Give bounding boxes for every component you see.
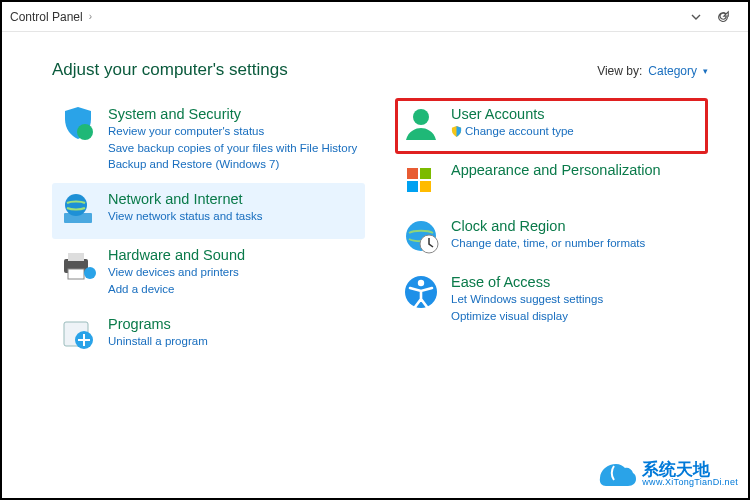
- printer-icon: [58, 245, 98, 285]
- category-sublink[interactable]: Optimize visual display: [451, 308, 603, 325]
- svg-point-2: [65, 194, 87, 216]
- appearance-icon: [401, 160, 441, 200]
- svg-point-9: [413, 109, 429, 125]
- view-by-value[interactable]: Category: [648, 64, 697, 78]
- category-sublink[interactable]: Uninstall a program: [108, 333, 208, 350]
- globe-icon: [58, 189, 98, 229]
- category-hardware-and-sound[interactable]: Hardware and Sound View devices and prin…: [52, 239, 365, 307]
- programs-icon: [58, 314, 98, 354]
- svg-rect-13: [420, 181, 431, 192]
- breadcrumb[interactable]: Control Panel ›: [10, 10, 92, 24]
- category-title[interactable]: Network and Internet: [108, 190, 262, 208]
- category-ease-of-access[interactable]: Ease of Access Let Windows suggest setti…: [395, 266, 708, 334]
- category-title[interactable]: System and Security: [108, 105, 357, 123]
- chevron-down-icon[interactable]: [690, 11, 702, 23]
- watermark-logo-icon: [596, 456, 636, 492]
- category-appearance-and-personalization[interactable]: Appearance and Personalization: [395, 154, 708, 210]
- category-user-accounts[interactable]: User Accounts Change account type: [395, 98, 708, 154]
- refresh-icon[interactable]: [716, 10, 730, 24]
- category-sublink[interactable]: Change date, time, or number formats: [451, 235, 645, 252]
- category-sublink[interactable]: View devices and printers: [108, 264, 245, 281]
- svg-rect-5: [68, 269, 84, 279]
- content-area: Adjust your computer's settings View by:…: [2, 32, 748, 364]
- uac-shield-icon: [451, 125, 462, 142]
- page-title: Adjust your computer's settings: [52, 60, 288, 80]
- category-network-and-internet[interactable]: Network and Internet View network status…: [52, 183, 365, 239]
- view-by-selector[interactable]: View by: Category ▾: [597, 64, 708, 78]
- category-title[interactable]: Clock and Region: [451, 217, 645, 235]
- category-title[interactable]: Ease of Access: [451, 273, 603, 291]
- svg-rect-4: [68, 253, 84, 261]
- svg-rect-12: [407, 181, 418, 192]
- svg-point-0: [77, 124, 93, 140]
- svg-rect-10: [407, 168, 418, 179]
- svg-point-17: [418, 280, 424, 286]
- watermark: 系统天地 www.XiTongTianDi.net: [596, 456, 738, 492]
- category-title[interactable]: Appearance and Personalization: [451, 161, 661, 179]
- svg-point-6: [84, 267, 96, 279]
- category-title[interactable]: User Accounts: [451, 105, 574, 123]
- category-sublink-text: Change account type: [465, 125, 574, 137]
- accessibility-icon: [401, 272, 441, 312]
- user-icon: [401, 104, 441, 144]
- svg-rect-11: [420, 168, 431, 179]
- category-sublink[interactable]: View network status and tasks: [108, 208, 262, 225]
- category-sublink[interactable]: Save backup copies of your files with Fi…: [108, 140, 357, 157]
- category-system-and-security[interactable]: System and Security Review your computer…: [52, 98, 365, 183]
- category-sublink[interactable]: Backup and Restore (Windows 7): [108, 156, 357, 173]
- shield-icon: [58, 104, 98, 144]
- caret-down-icon: ▾: [703, 66, 708, 76]
- category-column-right: User Accounts Change account type: [395, 98, 708, 364]
- clock-icon: [401, 216, 441, 256]
- category-column-left: System and Security Review your computer…: [52, 98, 365, 364]
- category-sublink[interactable]: Review your computer's status: [108, 123, 357, 140]
- breadcrumb-root[interactable]: Control Panel: [10, 10, 83, 24]
- category-clock-and-region[interactable]: Clock and Region Change date, time, or n…: [395, 210, 708, 266]
- watermark-title: 系统天地: [642, 461, 738, 478]
- category-programs[interactable]: Programs Uninstall a program: [52, 308, 365, 364]
- category-sublink[interactable]: Let Windows suggest settings: [451, 291, 603, 308]
- view-by-label: View by:: [597, 64, 642, 78]
- chevron-right-icon: ›: [89, 11, 92, 22]
- watermark-url: www.XiTongTianDi.net: [642, 478, 738, 487]
- category-sublink[interactable]: Add a device: [108, 281, 245, 298]
- category-title[interactable]: Programs: [108, 315, 208, 333]
- category-sublink[interactable]: Change account type: [451, 123, 574, 142]
- category-title[interactable]: Hardware and Sound: [108, 246, 245, 264]
- address-bar: Control Panel ›: [2, 2, 748, 32]
